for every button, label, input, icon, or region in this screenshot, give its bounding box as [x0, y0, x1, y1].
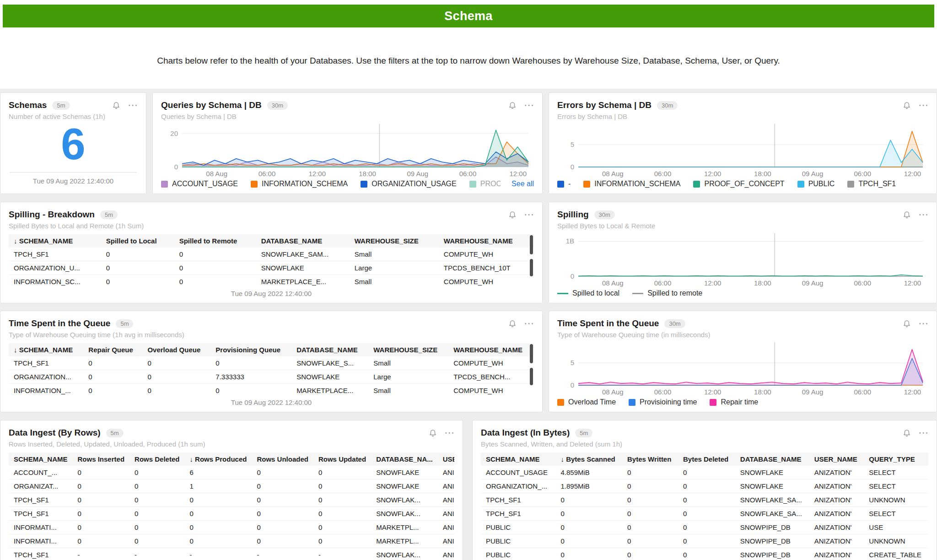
- alert-bell-icon[interactable]: [903, 319, 911, 328]
- column-header[interactable]: DATABASE_NAME: [291, 343, 368, 356]
- panel-menu-icon[interactable]: ⋯: [918, 428, 928, 438]
- queries-chart[interactable]: 20008 Aug06:0012:0018:0009 Aug06:0012:00: [161, 122, 534, 179]
- table-cell: ANIZATION': [809, 507, 864, 521]
- alert-bell-icon[interactable]: [429, 429, 437, 437]
- column-header[interactable]: SCHEMA_NAME: [481, 452, 555, 466]
- scrollbar-thumb[interactable]: [530, 259, 533, 276]
- alert-bell-icon[interactable]: [112, 101, 120, 109]
- panel-menu-icon[interactable]: ⋯: [918, 210, 928, 220]
- column-header[interactable]: DATABASE_NAME: [256, 234, 350, 248]
- table-row[interactable]: INFORMATI...00000MARKETPL...ANIZATION...…: [9, 534, 454, 548]
- column-header[interactable]: Rows Inserted: [73, 452, 130, 466]
- table-row[interactable]: PUBLIC000SNOWPIPE_DBANIZATION'UNKNOWN: [481, 534, 928, 548]
- column-header[interactable]: DATABASE_NA...: [371, 452, 438, 466]
- column-header[interactable]: WAREHOUSE_NAME: [439, 234, 534, 248]
- see-all-link[interactable]: See all: [505, 180, 534, 188]
- legend-swatch-icon: [361, 181, 367, 188]
- table-row[interactable]: TPCH_SF1000SNOWFLAKE_SA...ANIZATION'SELE…: [481, 507, 928, 521]
- alert-bell-icon[interactable]: [508, 319, 517, 328]
- column-header[interactable]: USER_NAME: [809, 452, 864, 466]
- legend-item[interactable]: ACCOUNT_USAGE: [161, 180, 238, 188]
- alert-bell-icon[interactable]: [903, 101, 911, 109]
- alert-bell-icon[interactable]: [508, 101, 517, 109]
- alert-bell-icon[interactable]: [508, 210, 517, 219]
- column-header[interactable]: DATABASE_NAME: [735, 452, 809, 466]
- table-row[interactable]: TPCH_SF100SNOWFLAKE_SAM...SmallCOMPUTE_W…: [9, 248, 534, 261]
- panel-menu-icon[interactable]: ⋯: [128, 100, 138, 110]
- table-cell: TPCDS_BENCH_10T: [439, 261, 534, 275]
- table-row[interactable]: PUBLIC000SNOWPIPE_DBANIZATION'CREATE_TAB…: [481, 548, 928, 560]
- table-row[interactable]: ORGANIZATION_U...00SNOWFLAKELargeTPCDS_B…: [9, 261, 534, 275]
- column-header[interactable]: Provisioning Queue: [210, 343, 291, 356]
- column-header[interactable]: Rows Updated: [313, 452, 371, 466]
- legend-item[interactable]: PROOF: [469, 180, 501, 188]
- table-row[interactable]: TPCH_SF1000SNOWFLAKE_SA...ANIZATION'UNKN…: [481, 493, 928, 507]
- table-row[interactable]: TPCH_SF100000SNOWFLAK...ANIZATION...USE: [9, 507, 454, 521]
- column-header[interactable]: WAREHOUSE_NAME: [448, 343, 534, 356]
- legend-item[interactable]: INFORMATION_SCHEMA: [251, 180, 348, 188]
- alert-bell-icon[interactable]: [903, 429, 911, 437]
- scrollbar-thumb[interactable]: [530, 235, 533, 254]
- panel-menu-icon[interactable]: ⋯: [524, 210, 534, 220]
- panel-menu-icon[interactable]: ⋯: [444, 428, 454, 438]
- column-header[interactable]: ↓ Bytes Scanned: [555, 452, 622, 466]
- table-row[interactable]: ACCOUNT_...00600SNOWFLAKEANIZATION...SEL…: [9, 466, 454, 479]
- table-row[interactable]: ORGANIZATION...007.333333SNOWFLAKELargeT…: [9, 370, 534, 384]
- alert-bell-icon[interactable]: [903, 210, 911, 219]
- table-row[interactable]: ACCOUNT_USAGE4.859MiB00SNOWFLAKEANIZATIO…: [481, 466, 928, 479]
- panel-menu-icon[interactable]: ⋯: [524, 100, 534, 110]
- legend-item[interactable]: Spilled to remote: [632, 289, 702, 297]
- table-row[interactable]: INFORMATION_SC...00MARKETPLACE_E...Small…: [9, 275, 534, 286]
- column-header[interactable]: Repair Queue: [83, 343, 142, 356]
- column-header[interactable]: Spilled to Remote: [174, 234, 256, 248]
- column-header[interactable]: SCHEMA_NAME: [9, 452, 73, 466]
- table-cell: TPCH_SF1: [9, 507, 73, 521]
- legend-item[interactable]: ORGANIZATION_USAGE: [361, 180, 457, 188]
- legend-item[interactable]: PROOF_OF_CONCEPT: [693, 180, 784, 188]
- dashboard-description: Charts below refer to the health of your…: [0, 56, 937, 66]
- column-header[interactable]: Rows Deleted: [129, 452, 184, 466]
- table-cell: INFORMATI...: [9, 521, 73, 534]
- column-header[interactable]: Spilled to Local: [101, 234, 174, 248]
- table-row[interactable]: INFORMATI...00000MARKETPL...ANIZATION...…: [9, 521, 454, 534]
- panel-title: Time Spent in the Queue: [557, 318, 659, 328]
- scrollbar-thumb[interactable]: [530, 368, 533, 385]
- time-range-badge: 5m: [116, 319, 133, 328]
- table-row[interactable]: ORGANIZATION_...1.895MiB00SNOWFLAKEANIZA…: [481, 479, 928, 493]
- time-range-badge: 30m: [664, 319, 685, 328]
- table-row[interactable]: INFORMATION_...000MARKETPLACE...SmallCOM…: [9, 384, 534, 395]
- legend-item[interactable]: Spilled to local: [557, 289, 619, 297]
- column-header[interactable]: Rows Unloaded: [252, 452, 313, 466]
- column-header[interactable]: USER_NAME: [438, 452, 454, 466]
- legend-item[interactable]: -: [557, 180, 571, 188]
- legend-item[interactable]: INFORMATION_SCHEMA: [583, 180, 680, 188]
- column-header[interactable]: Overload Queue: [142, 343, 210, 356]
- column-header[interactable]: Bytes Written: [622, 452, 678, 466]
- table-row[interactable]: TPCH_SF1-----SNOWFLAK...ANIZATION...UNKN…: [9, 548, 454, 560]
- column-header[interactable]: ↓ Rows Produced: [184, 452, 252, 466]
- errors-chart[interactable]: 5008 Aug06:0012:0018:0009 Aug06:0012:00: [557, 122, 928, 179]
- legend-item[interactable]: PUBLIC: [797, 180, 835, 188]
- panel-errors-by-schema: Errors by Schema | DB 30m ⋯ Errors by Sc…: [549, 92, 937, 194]
- table-row[interactable]: PUBLIC000SNOWPIPE_DBANIZATION'USE: [481, 521, 928, 534]
- spilling-chart[interactable]: 1B008 Aug06:0012:0018:0009 Aug06:0012:00: [557, 232, 928, 288]
- table-row[interactable]: TPCH_SF100000SNOWFLAK...ANIZATION...SELE…: [9, 493, 454, 507]
- column-header[interactable]: ↓ SCHEMA_NAME: [9, 343, 83, 356]
- table-row[interactable]: TPCH_SF1000SNOWFLAKE_S...SmallCOMPUTE_WH: [9, 356, 534, 370]
- table-row[interactable]: ORGANIZAT...00100SNOWFLAKEANIZATION...SE…: [9, 479, 454, 493]
- column-header[interactable]: WAREHOUSE_SIZE: [350, 234, 439, 248]
- panel-menu-icon[interactable]: ⋯: [918, 100, 928, 110]
- legend-item[interactable]: Overload Time: [557, 398, 616, 406]
- queue-time-chart[interactable]: 5008 Aug06:0012:0018:0009 Aug06:0012:00: [557, 340, 928, 397]
- panel-menu-icon[interactable]: ⋯: [918, 318, 928, 328]
- panel-menu-icon[interactable]: ⋯: [524, 318, 534, 328]
- column-header[interactable]: QUERY_TYPE: [864, 452, 928, 466]
- column-header[interactable]: WAREHOUSE_SIZE: [368, 343, 448, 356]
- table-cell: 0: [142, 356, 210, 370]
- column-header[interactable]: Bytes Deleted: [678, 452, 735, 466]
- legend-item[interactable]: Repair time: [710, 398, 758, 406]
- scrollbar-thumb[interactable]: [530, 344, 533, 363]
- column-header[interactable]: ↓ SCHEMA_NAME: [9, 234, 101, 248]
- legend-item[interactable]: TPCH_SF1: [847, 180, 896, 188]
- legend-item[interactable]: Provisioining time: [629, 398, 697, 406]
